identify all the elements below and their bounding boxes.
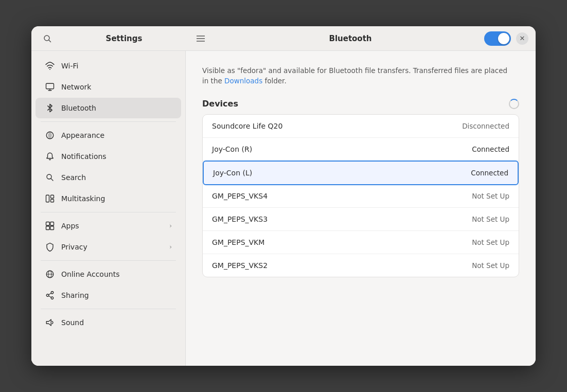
bluetooth-label: Bluetooth bbox=[61, 104, 172, 112]
device-name: GM_PEPS_VKS2 bbox=[212, 261, 268, 270]
svg-line-26 bbox=[48, 296, 51, 297]
sidebar-title: Settings bbox=[60, 34, 188, 43]
wifi-label: Wi-Fi bbox=[61, 62, 172, 70]
apps-chevron-icon: › bbox=[169, 222, 172, 229]
menu-button[interactable] bbox=[193, 31, 208, 46]
device-name: GM_PEPS_VKS3 bbox=[212, 215, 268, 223]
device-status: Not Set Up bbox=[472, 238, 509, 246]
loading-spinner bbox=[509, 99, 519, 109]
sidebar-item-multitasking[interactable]: Multitasking bbox=[36, 188, 181, 209]
devices-header: Devices bbox=[202, 99, 519, 109]
device-row[interactable]: GM_PEPS_VKMNot Set Up bbox=[203, 231, 519, 254]
device-name: Joy-Con (R) bbox=[212, 145, 252, 153]
sound-label: Sound bbox=[61, 318, 172, 327]
divider-3 bbox=[41, 260, 176, 261]
privacy-chevron-icon: › bbox=[169, 243, 172, 251]
titlebar-right: ✕ bbox=[484, 31, 536, 46]
sidebar-item-privacy[interactable]: Privacy › bbox=[36, 237, 181, 257]
page-title: Bluetooth bbox=[217, 34, 484, 43]
sidebar-item-online-accounts[interactable]: Online Accounts bbox=[36, 264, 181, 284]
svg-rect-17 bbox=[46, 226, 50, 230]
svg-point-24 bbox=[51, 297, 54, 299]
device-status: Not Set Up bbox=[472, 215, 509, 223]
divider-4 bbox=[41, 309, 176, 309]
sidebar-item-notifications[interactable]: Notifications bbox=[36, 146, 181, 167]
bluetooth-toggle[interactable] bbox=[484, 31, 511, 46]
main-content: Visible as "fedora" and available for Bl… bbox=[186, 51, 536, 366]
sharing-icon bbox=[45, 290, 55, 300]
divider-2 bbox=[41, 212, 176, 212]
device-status: Not Set Up bbox=[472, 261, 509, 270]
device-row[interactable]: Joy-Con (R)Connected bbox=[203, 138, 519, 161]
device-name: Joy-Con (L) bbox=[213, 169, 252, 177]
svg-line-25 bbox=[48, 293, 51, 295]
svg-rect-18 bbox=[50, 226, 54, 230]
device-name: GM_PEPS_VKM bbox=[212, 238, 264, 246]
device-status: Connected bbox=[472, 145, 509, 153]
search-label: Search bbox=[61, 173, 172, 182]
sidebar-item-appearance[interactable]: Appearance bbox=[36, 125, 181, 146]
device-name: Soundcore Life Q20 bbox=[212, 122, 282, 130]
svg-line-1 bbox=[49, 40, 51, 42]
settings-window: Settings Bluetooth ✕ bbox=[31, 26, 536, 366]
sidebar-item-sharing[interactable]: Sharing bbox=[36, 285, 181, 306]
network-icon bbox=[45, 82, 55, 92]
svg-rect-6 bbox=[46, 83, 54, 89]
sidebar-item-sound[interactable]: Sound bbox=[36, 312, 181, 333]
svg-point-5 bbox=[49, 69, 50, 70]
appearance-icon bbox=[45, 130, 55, 140]
search-icon-button[interactable] bbox=[40, 31, 55, 46]
online-accounts-label: Online Accounts bbox=[61, 270, 172, 278]
privacy-label: Privacy bbox=[61, 243, 163, 251]
sidebar-item-wifi[interactable]: Wi-Fi bbox=[36, 56, 181, 76]
apps-label: Apps bbox=[61, 222, 163, 230]
network-label: Network bbox=[61, 83, 172, 91]
svg-rect-13 bbox=[51, 195, 54, 198]
sidebar: Wi-Fi Network Bluetoot bbox=[31, 51, 186, 366]
notifications-icon bbox=[45, 151, 55, 162]
notifications-label: Notifications bbox=[61, 152, 172, 161]
appearance-label: Appearance bbox=[61, 131, 172, 139]
search-nav-icon bbox=[45, 172, 55, 183]
downloads-link[interactable]: Downloads bbox=[224, 77, 262, 85]
apps-icon bbox=[45, 221, 55, 231]
device-row[interactable]: Soundcore Life Q20Disconnected bbox=[203, 115, 519, 138]
svg-point-23 bbox=[46, 294, 49, 297]
svg-line-11 bbox=[51, 179, 53, 181]
svg-rect-12 bbox=[46, 195, 49, 202]
sharing-label: Sharing bbox=[61, 291, 172, 299]
device-row[interactable]: GM_PEPS_VKS4Not Set Up bbox=[203, 185, 519, 208]
titlebar-left: Settings bbox=[31, 31, 217, 46]
sidebar-item-bluetooth[interactable]: Bluetooth bbox=[36, 98, 181, 118]
sound-icon bbox=[45, 317, 55, 328]
divider-1 bbox=[41, 121, 176, 122]
online-accounts-icon bbox=[45, 269, 55, 279]
svg-rect-15 bbox=[46, 222, 50, 226]
device-row[interactable]: GM_PEPS_VKS3Not Set Up bbox=[203, 208, 519, 231]
svg-marker-27 bbox=[46, 319, 51, 326]
device-row[interactable]: Joy-Con (L)Connected bbox=[203, 161, 519, 185]
device-status: Connected bbox=[471, 169, 508, 177]
content-area: Wi-Fi Network Bluetoot bbox=[31, 51, 536, 366]
sidebar-item-search[interactable]: Search bbox=[36, 167, 181, 188]
multitasking-icon bbox=[45, 193, 55, 204]
titlebar: Settings Bluetooth ✕ bbox=[31, 26, 536, 51]
wifi-icon bbox=[45, 61, 55, 71]
devices-list: Soundcore Life Q20DisconnectedJoy-Con (R… bbox=[202, 114, 519, 277]
svg-point-22 bbox=[51, 292, 54, 294]
device-row[interactable]: GM_PEPS_VKS2Not Set Up bbox=[203, 254, 519, 277]
svg-rect-14 bbox=[51, 200, 54, 202]
multitasking-label: Multitasking bbox=[61, 194, 172, 203]
bluetooth-icon bbox=[45, 103, 55, 113]
device-status: Not Set Up bbox=[472, 192, 509, 200]
devices-title: Devices bbox=[202, 99, 238, 109]
sidebar-item-network[interactable]: Network bbox=[36, 77, 181, 97]
device-name: GM_PEPS_VKS4 bbox=[212, 192, 268, 200]
device-status: Disconnected bbox=[462, 122, 509, 130]
svg-rect-16 bbox=[50, 222, 54, 226]
info-text: Visible as "fedora" and available for Bl… bbox=[202, 65, 511, 86]
sidebar-item-apps[interactable]: Apps › bbox=[36, 216, 181, 236]
close-button[interactable]: ✕ bbox=[516, 32, 528, 45]
privacy-icon bbox=[45, 242, 55, 252]
